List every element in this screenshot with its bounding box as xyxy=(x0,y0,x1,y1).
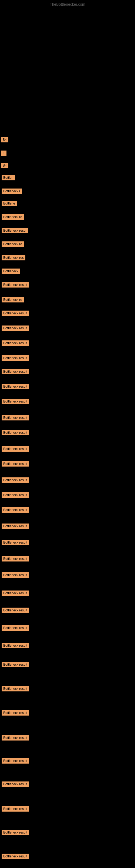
bottleneck-label: Bottleneck result xyxy=(2,643,29,648)
bottleneck-label: Bottleneck result xyxy=(2,590,29,596)
bottleneck-label: Bottleneck result xyxy=(2,710,29,716)
bottleneck-result-row: Bottleneck result xyxy=(1,326,29,332)
bottleneck-result-row: Bottleneck re xyxy=(1,214,24,221)
bottleneck-label: Bottleneck result xyxy=(2,311,29,316)
bottleneck-result-row: Bottleneck result xyxy=(1,507,29,514)
bottleneck-label: Bottleneck result xyxy=(2,572,29,578)
bottleneck-result-row: E xyxy=(1,151,6,157)
bottleneck-result-row: Bottleneck resul xyxy=(1,228,28,235)
bottleneck-result-row: Bottleneck xyxy=(1,269,20,275)
main-content-area xyxy=(0,7,135,126)
bottleneck-result-row: B4 xyxy=(1,137,8,144)
bottleneck-label: Bottleneck result xyxy=(2,461,29,467)
bottleneck-label: Bottleneck result xyxy=(2,446,29,452)
bottleneck-label: Bottleneck result xyxy=(2,625,29,631)
bottleneck-label: Bottleneck result xyxy=(2,662,29,667)
bottleneck-result-row: Bottleneck result xyxy=(1,524,29,530)
bottleneck-result-row: Bottleneck result xyxy=(1,830,29,836)
bottleneck-label: Bottleneck result xyxy=(2,556,29,561)
bottleneck-result-row: Bottlen xyxy=(1,175,15,182)
bottleneck-result-row: Bottleneck result xyxy=(1,540,29,546)
bottleneck-label: Bottleneck result xyxy=(2,340,29,346)
bottleneck-label: Bottleneck result xyxy=(2,540,29,545)
bottleneck-label: Bottleneck result xyxy=(2,735,29,741)
bottleneck-result-row: Bottleneck result xyxy=(1,355,29,362)
bottleneck-result-row: Bottleneck result xyxy=(1,806,29,813)
bottleneck-label: Bottlen xyxy=(2,175,15,180)
bottleneck-result-row: Bottleneck result xyxy=(1,430,29,436)
bottleneck-label: Bottleneck result xyxy=(2,282,29,287)
bottleneck-result-row: Bottleneck r xyxy=(1,188,22,195)
bottleneck-result-row: Bottleneck result xyxy=(1,710,29,717)
bottleneck-result-row: Bottleneck result xyxy=(1,556,29,563)
bottleneck-result-row: Bottleneck result xyxy=(1,369,29,375)
bottleneck-result-row: Bottleneck result xyxy=(1,686,29,692)
bottleneck-label: Bottleneck res xyxy=(2,255,26,260)
bottleneck-result-row: Bottleneck re xyxy=(1,241,24,248)
bottleneck-label: Bottleneck result xyxy=(2,415,29,421)
bottleneck-label: Bottleneck result xyxy=(2,507,29,513)
bottleneck-label: Bottlene xyxy=(2,201,17,206)
bottleneck-result-row: Bottleneck result xyxy=(1,340,29,347)
bottleneck-label: Bottleneck re xyxy=(2,297,24,303)
bottleneck-result-row: Bottleneck result xyxy=(1,590,29,597)
bottleneck-label: Bottleneck result xyxy=(2,830,29,835)
bottleneck-result-row: Bottleneck result xyxy=(1,781,29,788)
bottleneck-result-row: Bottleneck result xyxy=(1,662,29,669)
bottleneck-result-row: Bottleneck result xyxy=(1,572,29,579)
bottleneck-label: Bottleneck result xyxy=(2,384,29,389)
bottleneck-result-row: Bottleneck result xyxy=(1,384,29,390)
bottleneck-label: Bottleneck xyxy=(2,269,20,274)
bottleneck-result-row: Bottleneck result xyxy=(1,492,29,499)
bottleneck-result-row: B4 xyxy=(1,163,8,169)
bottleneck-label: Bottleneck re xyxy=(2,241,24,247)
bottleneck-result-row: Bottleneck result xyxy=(1,758,29,765)
bottleneck-result-row: Bottleneck result xyxy=(1,608,29,614)
bottleneck-result-row: Bottleneck res xyxy=(1,255,26,261)
bottleneck-result-row: Bottleneck result xyxy=(1,854,29,860)
bottleneck-label: B4 xyxy=(1,137,8,143)
page-wrapper: TheBottlenecker.com | B4EB4BottlenBottle… xyxy=(0,0,135,868)
bottleneck-label: Bottleneck result xyxy=(2,854,29,859)
bottleneck-label: Bottleneck result xyxy=(2,758,29,764)
bottleneck-label: Bottleneck result xyxy=(2,492,29,498)
bottleneck-result-row: Bottlene xyxy=(1,201,17,207)
bottleneck-label: Bottleneck re xyxy=(2,214,24,220)
bottleneck-label: Bottleneck result xyxy=(2,355,29,361)
bottleneck-result-row: Bottleneck result xyxy=(1,735,29,742)
bottleneck-label: Bottleneck result xyxy=(2,369,29,374)
bottleneck-label: Bottleneck result xyxy=(2,781,29,787)
bottleneck-label: E xyxy=(1,151,6,156)
bottleneck-label: Bottleneck resul xyxy=(2,228,28,233)
bottleneck-result-row: Bottleneck result xyxy=(1,461,29,468)
bottleneck-label: Bottleneck r xyxy=(2,188,22,194)
bottleneck-label: Bottleneck result xyxy=(2,686,29,691)
bottleneck-result-row: Bottleneck result xyxy=(1,282,29,289)
bottleneck-label: Bottleneck result xyxy=(2,399,29,404)
bottleneck-result-row: Bottleneck result xyxy=(1,415,29,422)
bottleneck-result-row: Bottleneck re xyxy=(1,297,24,304)
bottleneck-result-row: Bottleneck result xyxy=(1,446,29,453)
bottleneck-label: Bottleneck result xyxy=(2,608,29,613)
bottleneck-result-row: Bottleneck result xyxy=(1,399,29,405)
bottleneck-label: Bottleneck result xyxy=(2,430,29,435)
bottleneck-label: Bottleneck result xyxy=(2,806,29,812)
text-cursor: | xyxy=(1,127,2,132)
bottleneck-result-row: Bottleneck result xyxy=(1,477,29,484)
bottleneck-result-row: Bottleneck result xyxy=(1,625,29,632)
bottleneck-label: Bottleneck result xyxy=(2,326,29,331)
bottleneck-result-row: Bottleneck result xyxy=(1,311,29,317)
bottleneck-label: Bottleneck result xyxy=(2,524,29,529)
bottleneck-label: B4 xyxy=(1,163,8,168)
bottleneck-result-row: Bottleneck result xyxy=(1,643,29,649)
bottleneck-label: Bottleneck result xyxy=(2,477,29,483)
